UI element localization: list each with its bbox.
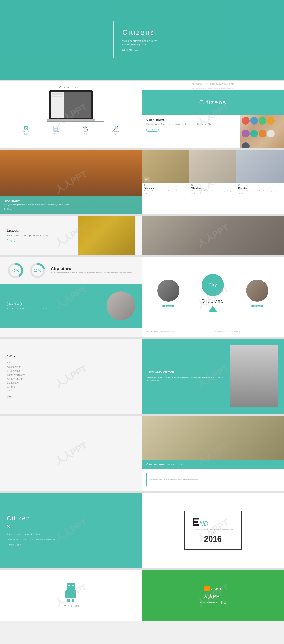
- slide-story: 40 % 20 % City story We are so different…: [0, 257, 142, 337]
- end-nd: ND: [199, 520, 208, 527]
- citizens-bottom-section: So are know this, it is the ordinary cit…: [142, 330, 284, 337]
- city-detail-button-right[interactable]: City detail: [251, 305, 264, 307]
- separator-1: [0, 80, 284, 82]
- icon-find: 🔎 Find out 找到: [113, 126, 119, 135]
- city-memory-bottom: We are so different but we from the same…: [142, 469, 284, 491]
- poem-intro: 你好,: [7, 361, 135, 365]
- city-impression-icons: 🖼 Picture 截图 📄 Content 内容 🔍 Search 搜索 🔎 …: [7, 126, 135, 135]
- city-memory-subtitle: Agenda / 09 / 记忆城市: [166, 463, 184, 466]
- city-circle-label: City: [208, 283, 217, 288]
- city-story-img-a: street: [142, 150, 189, 183]
- col-c-title: City story: [237, 187, 284, 190]
- end-text: We are all so different but are from the…: [192, 528, 233, 533]
- leaves-title: Leaves: [7, 229, 78, 233]
- icon-search-label-cn: 搜索: [83, 133, 88, 135]
- citizens-teal-big-title: Citizens: [7, 514, 135, 530]
- donut-40: 40 %: [7, 262, 24, 279]
- circle-item-right: City detail: [246, 280, 268, 308]
- citizens-en-subtitle: We are so different but we from the same…: [142, 86, 284, 90]
- city-detail-button-left[interactable]: City detail: [162, 305, 175, 307]
- slide-leaves: Leaves We like leaves fall to the ground…: [0, 216, 142, 256]
- slide-renren-ppt: 人 人人PPT 人人PPT 20,000+PowerPoint模板 人人PPT: [142, 570, 284, 620]
- icon-content-label-cn: 内容: [53, 133, 59, 135]
- col-b-text: We are so different but we are from the …: [189, 190, 237, 194]
- content-icon: 📄: [53, 126, 59, 131]
- designer-name: 二三年: [135, 48, 142, 51]
- citizens-col-left: So are know this, it is the ordinary cit…: [146, 330, 211, 332]
- poem-line-6: 住得难能: [7, 385, 135, 388]
- icon-content-label-en: Content: [53, 131, 59, 133]
- col-c-label: C: [237, 183, 284, 187]
- end-year: 2016: [192, 534, 233, 544]
- watermark-7l: 人人PPT: [53, 439, 89, 468]
- paint-circle-teal: [250, 130, 258, 138]
- renren-logo-icon: 人: [204, 586, 210, 591]
- portrait-circle: [107, 292, 135, 320]
- robot-leg-right: [72, 599, 74, 602]
- slide-xiaoshimin: 小市民 你好, 城里普通的日子, 有很多人的故事—— 橘子子,水果摊打折子 城市…: [0, 338, 142, 414]
- small-felt-button[interactable]: Small felt hat: [7, 302, 22, 306]
- story-bottom: Small felt hat So are know this hat fill…: [0, 284, 142, 328]
- slide-crowd: The Crowd Every day through the screen o…: [0, 150, 142, 214]
- col-a-title: City story: [142, 187, 189, 190]
- donut-20-label: 20 %: [34, 269, 41, 272]
- robot-head: [67, 583, 75, 590]
- hero-designer: Designer 二三年: [123, 48, 162, 52]
- row-9: Design by 二三年 人人PPT 人 人人PPT 人人PPT 20,000…: [0, 570, 284, 620]
- leaves-text: Leaves We like leaves fall to the ground…: [7, 229, 78, 242]
- city-button[interactable]: City: [7, 239, 15, 242]
- teal-triangle: [208, 306, 217, 312]
- citizens-teal-designer: Designer 二三年: [7, 543, 135, 546]
- crowd-button[interactable]: Mixture: [4, 208, 15, 210]
- citizens-teal-title: Citizens: [199, 99, 227, 106]
- story-top: 40 % 20 % City story We are so different…: [0, 257, 142, 284]
- city-story-main-text: We are so different but we from the same…: [51, 272, 135, 274]
- icon-picture-label-cn: 截图: [23, 132, 28, 135]
- xiao-intro: 你好, 城里普通的日子, 有很多人的故事—— 橘子子,水果摊打折子 城市里行又走…: [7, 361, 135, 392]
- city-photo-circle-right: [246, 280, 268, 302]
- crowd-text: Every day through the screen of many peo…: [4, 204, 138, 206]
- laptop-screen: [51, 92, 91, 118]
- robot-legs: [65, 599, 76, 602]
- citizens-col-right: So are know this, it is the ordinary cit…: [215, 330, 280, 332]
- hero-subtitle: We are so different but are from the sam…: [123, 40, 162, 46]
- city-story-img-b: [189, 150, 237, 183]
- mixture-button[interactable]: Mixture: [146, 128, 159, 132]
- city-memory-line: [146, 473, 147, 486]
- slide-citizens-right: 我们彼此知的不同，却都能来自这个城市的混我 We are so differen…: [142, 82, 284, 148]
- slide-street-art: 人人PPT: [142, 216, 284, 256]
- design-by-text: Design by 二三年: [62, 604, 79, 607]
- robot-leg-left: [67, 599, 70, 602]
- citizens-col-right-text: So are know this, it is the ordinary cit…: [215, 330, 280, 332]
- separator-5: [0, 337, 284, 338]
- icon-find-label-cn: 找到: [113, 133, 119, 135]
- color-illusion-text: Each person's role as a kind of pigment,…: [146, 122, 235, 126]
- col-a-text: We are so different but we are from the …: [142, 190, 189, 194]
- citizens-teal-text: We are so different, but are from the sa…: [7, 538, 135, 541]
- paint-image: [240, 115, 284, 148]
- row-4: Leaves We like leaves fall to the ground…: [0, 216, 284, 256]
- color-illusion-section: Color illusion Each person's role as a k…: [142, 115, 240, 148]
- city-memory-text: We are so different but we from the same…: [150, 478, 198, 481]
- separator-7: [0, 491, 284, 493]
- slide-citizens-teal: Citizens 我们彼此知的不同，你都能来自这么说? We are so di…: [0, 493, 142, 568]
- col-c-text: We are so different but we are from the …: [237, 190, 284, 194]
- leaves-image: [78, 216, 135, 256]
- small-felt-section: Small felt hat So are know this hat fill…: [7, 302, 102, 310]
- laptop-mockup: [49, 90, 93, 119]
- slide-end: E ND We are all so different but are fro…: [142, 493, 284, 568]
- laptop-mockup-container: [47, 90, 95, 122]
- paint-circle-dark: [242, 142, 250, 148]
- leaves-description: We like leaves fall to the ground, formi…: [7, 234, 78, 237]
- slide-hero: Citizens We are so different but are fro…: [0, 0, 284, 80]
- slide-city-circles: City detail City Citizens City detail So…: [142, 257, 284, 337]
- crowd-title: The Crowd: [4, 199, 138, 203]
- ordinary-text-block: Ordinary citizen He said the people in t…: [147, 370, 225, 382]
- paint-circles: [240, 115, 284, 148]
- row-7: 人人PPT City memory Agenda / 09 / 记忆城市 We …: [0, 416, 284, 491]
- slide-city-memory: City memory Agenda / 09 / 记忆城市 We are so…: [142, 416, 284, 491]
- paint-circle-red: [242, 117, 250, 124]
- laptop-bottom: [47, 121, 104, 122]
- laptop-screen-right: [64, 92, 91, 118]
- separator-6: [0, 414, 284, 416]
